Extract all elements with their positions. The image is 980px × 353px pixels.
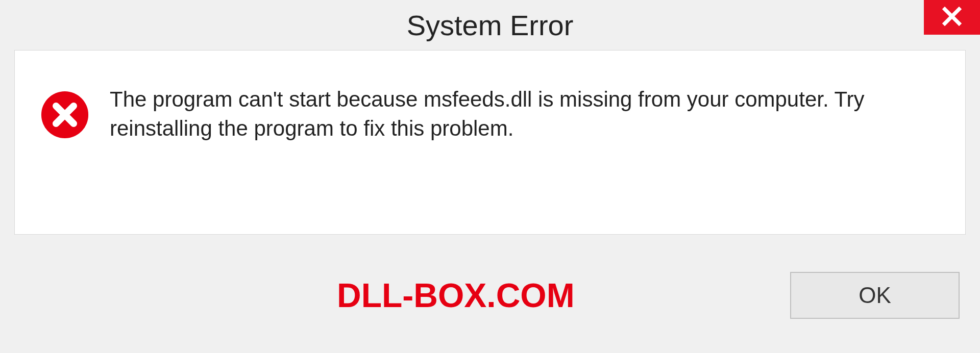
dialog-footer: DLL-BOX.COM OK	[0, 246, 980, 353]
close-button[interactable]	[924, 0, 980, 35]
error-dialog: System Error The program can't start bec…	[0, 0, 980, 353]
watermark-text: DLL-BOX.COM	[337, 276, 575, 315]
titlebar: System Error	[0, 0, 980, 50]
error-icon	[40, 90, 89, 139]
error-message: The program can't start because msfeeds.…	[110, 83, 940, 143]
ok-button[interactable]: OK	[790, 272, 960, 319]
dialog-title: System Error	[407, 9, 574, 42]
close-icon	[941, 6, 963, 29]
content-panel: The program can't start because msfeeds.…	[14, 50, 966, 235]
